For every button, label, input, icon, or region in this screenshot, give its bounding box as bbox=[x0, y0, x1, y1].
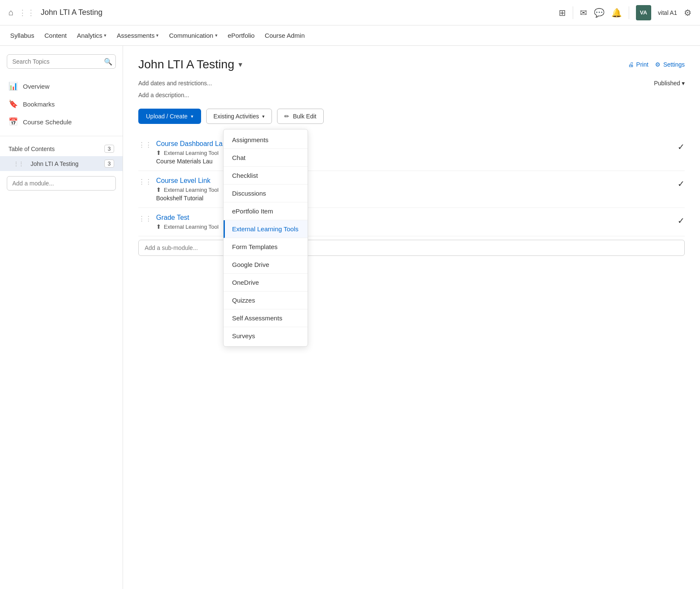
sidebar-item-course-schedule[interactable]: 📅 Course Schedule bbox=[0, 113, 123, 131]
check-icon-2: ✓ bbox=[678, 179, 685, 189]
separator-2 bbox=[629, 6, 629, 19]
sidebar-item-overview[interactable]: 📊 Overview bbox=[0, 77, 123, 95]
dropdown-item[interactable]: Form Templates bbox=[224, 238, 308, 256]
add-submodule-container bbox=[138, 240, 685, 256]
content-header: John LTI A Testing ▾ 🖨 Print ⚙ Settings bbox=[138, 58, 685, 71]
sidebar-toc[interactable]: Table of Contents 3 bbox=[0, 141, 123, 156]
home-icon[interactable]: ⌂ bbox=[8, 8, 14, 17]
add-description-link[interactable]: Add a description... bbox=[138, 92, 685, 98]
bulk-edit-icon: ✏ bbox=[284, 113, 289, 120]
sidebar-label-overview: Overview bbox=[23, 83, 50, 90]
nav-bar: Syllabus Content Analytics ▾ Assessments… bbox=[0, 25, 700, 46]
bell-icon[interactable]: 🔔 bbox=[611, 8, 622, 18]
check-icon-3: ✓ bbox=[678, 216, 685, 226]
nav-syllabus[interactable]: Syllabus bbox=[10, 32, 34, 39]
table-row: ⋮⋮ Course Level Link ⬆ External Learning… bbox=[138, 171, 685, 208]
avatar[interactable]: VA bbox=[636, 5, 651, 20]
sidebar-label-course-schedule: Course Schedule bbox=[23, 118, 72, 126]
add-submodule-input[interactable] bbox=[138, 240, 685, 256]
dropdown-item[interactable]: Assignments bbox=[224, 131, 308, 149]
modules-list: ⋮⋮ Course Dashboard La ⬆ External Learni… bbox=[138, 134, 685, 236]
nav-course-admin[interactable]: Course Admin bbox=[265, 32, 305, 39]
bookmark-icon: 🔖 bbox=[8, 99, 18, 109]
dropdown-item[interactable]: Chat bbox=[224, 149, 308, 167]
published-chevron-icon: ▾ bbox=[682, 80, 685, 87]
check-icon-1: ✓ bbox=[678, 142, 685, 152]
calendar-icon: 📅 bbox=[8, 117, 18, 126]
sidebar-item-bookmarks[interactable]: 🔖 Bookmarks bbox=[0, 95, 123, 113]
content-area: John LTI A Testing ▾ 🖨 Print ⚙ Settings … bbox=[123, 46, 700, 589]
add-dates-link[interactable]: Add dates and restrictions... bbox=[138, 80, 212, 87]
dropdown-item[interactable]: ePortfolio Item bbox=[224, 202, 308, 220]
sidebar-divider bbox=[0, 136, 123, 136]
module-title-link-1[interactable]: Course Dashboard La bbox=[156, 140, 223, 147]
header-left: ⌂ ⋮⋮ John LTI A Testing bbox=[8, 8, 103, 17]
content-title-row: John LTI A Testing ▾ bbox=[138, 58, 242, 71]
upload-icon-1: ⬆ bbox=[156, 149, 161, 156]
module-label: John LTI A Testing bbox=[31, 160, 78, 167]
header-right: ⊞ ✉ 💬 🔔 VA vital A1 ⚙ bbox=[559, 5, 692, 20]
grid-dots-icon: ⋮⋮ bbox=[19, 8, 36, 17]
gear-icon[interactable]: ⚙ bbox=[684, 8, 692, 18]
existing-chevron-icon: ▾ bbox=[262, 114, 265, 119]
title-chevron-icon[interactable]: ▾ bbox=[238, 60, 242, 69]
dropdown-item[interactable]: Discussions bbox=[224, 185, 308, 202]
nav-content[interactable]: Content bbox=[45, 32, 67, 39]
assessments-chevron-icon: ▾ bbox=[156, 33, 159, 38]
chat-icon[interactable]: 💬 bbox=[594, 8, 605, 18]
nav-analytics[interactable]: Analytics ▾ bbox=[77, 32, 106, 39]
sidebar-label-bookmarks: Bookmarks bbox=[23, 101, 55, 108]
sidebar: 🔍 📊 Overview 🔖 Bookmarks 📅 Course Schedu… bbox=[0, 46, 123, 589]
nav-communication[interactable]: Communication ▾ bbox=[169, 32, 217, 39]
drag-dots-icon: ⋮⋮ bbox=[14, 161, 24, 167]
buttons-row: Upload / Create ▾ Existing Activities ▾ … bbox=[138, 109, 685, 124]
drag-handle-icon[interactable]: ⋮⋮ bbox=[138, 141, 152, 149]
drag-handle-icon-2[interactable]: ⋮⋮ bbox=[138, 178, 152, 186]
dropdown-item[interactable]: External Learning Tools bbox=[224, 220, 308, 238]
toc-label: Table of Contents bbox=[8, 146, 55, 152]
sidebar-module-item[interactable]: ⋮⋮ John LTI A Testing 3 bbox=[0, 156, 123, 171]
dropdown-item[interactable]: Checklist bbox=[224, 167, 308, 185]
module-badge: 3 bbox=[104, 160, 114, 168]
add-module-input-container bbox=[7, 176, 116, 191]
table-row: ⋮⋮ Course Dashboard La ⬆ External Learni… bbox=[138, 134, 685, 171]
page-title: John LTI A Testing bbox=[138, 58, 234, 71]
mail-icon[interactable]: ✉ bbox=[580, 8, 587, 18]
dropdown-item[interactable]: Surveys bbox=[224, 327, 308, 345]
overview-icon: 📊 bbox=[8, 81, 18, 91]
add-module-input[interactable] bbox=[7, 176, 116, 191]
dropdown-item[interactable]: OneDrive bbox=[224, 274, 308, 292]
print-link[interactable]: 🖨 Print bbox=[628, 61, 649, 68]
print-icon: 🖨 bbox=[628, 61, 634, 68]
upload-create-button[interactable]: Upload / Create ▾ bbox=[138, 109, 201, 124]
upload-icon-2: ⬆ bbox=[156, 186, 161, 193]
existing-activities-dropdown: AssignmentsChatChecklistDiscussionsePort… bbox=[223, 129, 308, 347]
top-header: ⌂ ⋮⋮ John LTI A Testing ⊞ ✉ 💬 🔔 VA vital… bbox=[0, 0, 700, 25]
bulk-edit-button[interactable]: ✏ Bulk Edit bbox=[277, 109, 323, 124]
nav-assessments[interactable]: Assessments ▾ bbox=[117, 32, 159, 39]
settings-link[interactable]: ⚙ Settings bbox=[655, 61, 685, 68]
existing-activities-button[interactable]: Existing Activities ▾ bbox=[206, 109, 272, 124]
analytics-chevron-icon: ▾ bbox=[104, 33, 106, 38]
dropdown-item[interactable]: Self Assessments bbox=[224, 309, 308, 327]
communication-chevron-icon: ▾ bbox=[215, 33, 218, 38]
username-label: vital A1 bbox=[658, 9, 677, 16]
published-badge: Published ▾ bbox=[654, 80, 685, 87]
module-title-link-3[interactable]: Grade Test bbox=[156, 214, 189, 221]
dropdown-item[interactable]: Quizzes bbox=[224, 292, 308, 309]
search-input[interactable] bbox=[7, 54, 116, 69]
drag-handle-icon-3[interactable]: ⋮⋮ bbox=[138, 215, 152, 223]
nav-eportfolio[interactable]: ePortfolio bbox=[228, 32, 255, 39]
dropdown-item[interactable]: Google Drive bbox=[224, 256, 308, 274]
content-actions: 🖨 Print ⚙ Settings bbox=[628, 61, 685, 68]
settings-icon: ⚙ bbox=[655, 61, 661, 68]
upload-icon-3: ⬆ bbox=[156, 223, 161, 230]
header-course-title: John LTI A Testing bbox=[41, 8, 102, 17]
search-button[interactable]: 🔍 bbox=[104, 58, 112, 66]
main-layout: 🔍 📊 Overview 🔖 Bookmarks 📅 Course Schedu… bbox=[0, 46, 700, 589]
table-row: ⋮⋮ Grade Test ⬆ External Learning Tool ✓ bbox=[138, 208, 685, 236]
toc-badge: 3 bbox=[104, 145, 114, 153]
separator-1 bbox=[573, 6, 573, 19]
apps-icon[interactable]: ⊞ bbox=[559, 8, 566, 18]
module-title-link-2[interactable]: Course Level Link bbox=[156, 177, 210, 184]
